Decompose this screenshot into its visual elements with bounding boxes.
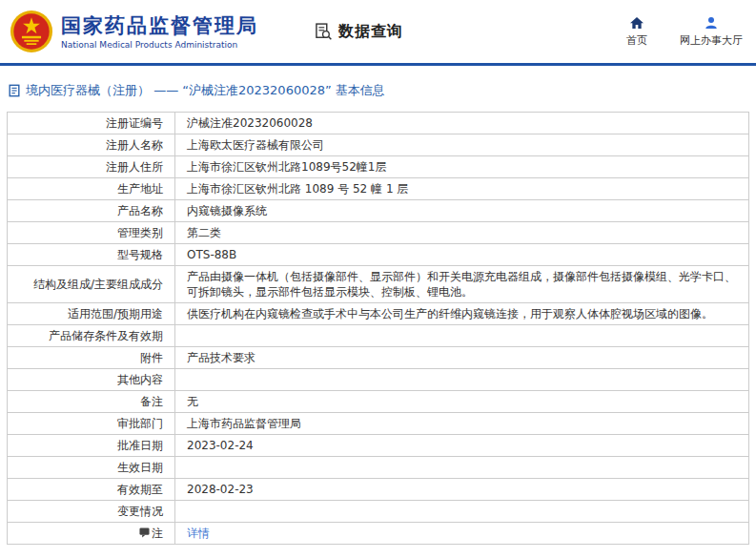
table-row: 备注 无: [8, 391, 749, 413]
field-value: 2023-02-24: [175, 435, 749, 457]
data-query-nav[interactable]: 数据查询: [314, 22, 403, 42]
field-label: 产品储存条件及有效期: [8, 325, 175, 347]
field-value: [175, 369, 749, 391]
field-value: 详情: [175, 523, 749, 545]
field-label: 附件: [8, 347, 175, 369]
breadcrumb: 境内医疗器械（注册） —— “沪械注准20232060028” 基本信息: [0, 66, 756, 99]
table-row: 管理类别 第二类: [8, 222, 749, 244]
site-subtitle: National Medical Products Administration: [61, 40, 258, 50]
field-value: [175, 457, 749, 479]
site-title-block: 国家药品监督管理局 National Medical Products Admi…: [61, 13, 258, 50]
data-query-label: 数据查询: [338, 22, 403, 42]
field-value: [175, 501, 749, 523]
field-label: 审批部门: [8, 413, 175, 435]
home-icon: [629, 15, 644, 31]
table-row: 变更情况: [8, 501, 749, 523]
field-label: 批准日期: [8, 435, 175, 457]
nav-service-hall[interactable]: 网上办事大厅: [680, 15, 743, 48]
field-value: 第二类: [175, 222, 749, 244]
field-label: 注册证编号: [8, 113, 175, 134]
field-value: 2028-02-23: [175, 479, 749, 501]
field-label: 生效日期: [8, 457, 175, 479]
field-label: 型号规格: [8, 244, 175, 266]
field-value: 内窥镜摄像系统: [175, 200, 749, 222]
field-value: 上海市徐汇区钦州北路1089号52幢1层: [175, 156, 749, 178]
table-row: 注 详情: [8, 523, 749, 545]
table-row: 结构及组成/主要组成成分 产品由摄像一体机（包括摄像部件、显示部件）和开关电源充…: [8, 266, 749, 303]
table-row: 适用范围/预期用途 供医疗机构在内窥镜检查或手术中与本公司生产的纤维内窥镜连接，…: [8, 303, 749, 325]
table-row: 产品名称 内窥镜摄像系统: [8, 200, 749, 222]
detail-link[interactable]: 详情: [187, 527, 210, 540]
field-value: 无: [175, 391, 749, 413]
field-value: 供医疗机构在内窥镜检查或手术中与本公司生产的纤维内窥镜连接，用于观察人体体腔视场…: [175, 303, 749, 325]
nmpa-logo[interactable]: 国家药品监督管理局 National Medical Products Admi…: [10, 10, 258, 53]
field-value: 上海欧太医疗器械有限公司: [175, 134, 749, 156]
nav-home-label: 首页: [626, 33, 647, 48]
field-value: 上海市药品监督管理局: [175, 413, 749, 435]
user-icon: [704, 15, 719, 31]
table-row: 注册人住所 上海市徐汇区钦州北路1089号52幢1层: [8, 156, 749, 178]
table-row: 附件 产品技术要求: [8, 347, 749, 369]
field-value: OTS-88B: [175, 244, 749, 266]
site-header: 国家药品监督管理局 National Medical Products Admi…: [0, 0, 756, 66]
field-label-text: 注: [152, 527, 163, 540]
field-label: 产品名称: [8, 200, 175, 222]
field-value: 沪械注准20232060028: [175, 113, 749, 134]
field-label: 结构及组成/主要组成成分: [8, 266, 175, 303]
data-query-icon: [314, 22, 333, 41]
field-label: 注: [8, 523, 175, 545]
document-icon: [8, 84, 21, 97]
field-label: 其他内容: [8, 369, 175, 391]
table-row: 批准日期 2023-02-24: [8, 435, 749, 457]
table-row: 生效日期: [8, 457, 749, 479]
field-label: 注册人住所: [8, 156, 175, 178]
note-icon: [139, 527, 150, 538]
field-label: 备注: [8, 391, 175, 413]
field-label: 变更情况: [8, 501, 175, 523]
table-row: 型号规格 OTS-88B: [8, 244, 749, 266]
table-row: 有效期至 2028-02-23: [8, 479, 749, 501]
field-label: 注册人名称: [8, 134, 175, 156]
header-nav: 首页 网上办事大厅: [626, 15, 743, 48]
table-row: 注册证编号 沪械注准20232060028: [8, 113, 749, 134]
site-title: 国家药品监督管理局: [61, 13, 258, 38]
field-value: 产品由摄像一体机（包括摄像部件、显示部件）和开关电源充电器组成，摄像部件包括摄像…: [175, 266, 749, 303]
table-row: 注册人名称 上海欧太医疗器械有限公司: [8, 134, 749, 156]
field-label: 生产地址: [8, 178, 175, 200]
table-row: 产品储存条件及有效期: [8, 325, 749, 347]
table-row: 生产地址 上海市徐汇区钦州北路 1089 号 52 幢 1 层: [8, 178, 749, 200]
table-row: 审批部门 上海市药品监督管理局: [8, 413, 749, 435]
table-row: 其他内容: [8, 369, 749, 391]
field-label: 管理类别: [8, 222, 175, 244]
field-label: 有效期至: [8, 479, 175, 501]
national-emblem-icon: [10, 10, 53, 53]
nav-service-hall-label: 网上办事大厅: [680, 33, 743, 48]
breadcrumb-text: 境内医疗器械（注册） —— “沪械注准20232060028” 基本信息: [26, 82, 385, 99]
field-value: 上海市徐汇区钦州北路 1089 号 52 幢 1 层: [175, 178, 749, 200]
nav-home[interactable]: 首页: [626, 15, 647, 48]
field-label: 适用范围/预期用途: [8, 303, 175, 325]
field-value: [175, 325, 749, 347]
field-value: 产品技术要求: [175, 347, 749, 369]
registration-info-table: 注册证编号 沪械注准20232060028 注册人名称 上海欧太医疗器械有限公司…: [7, 112, 749, 545]
